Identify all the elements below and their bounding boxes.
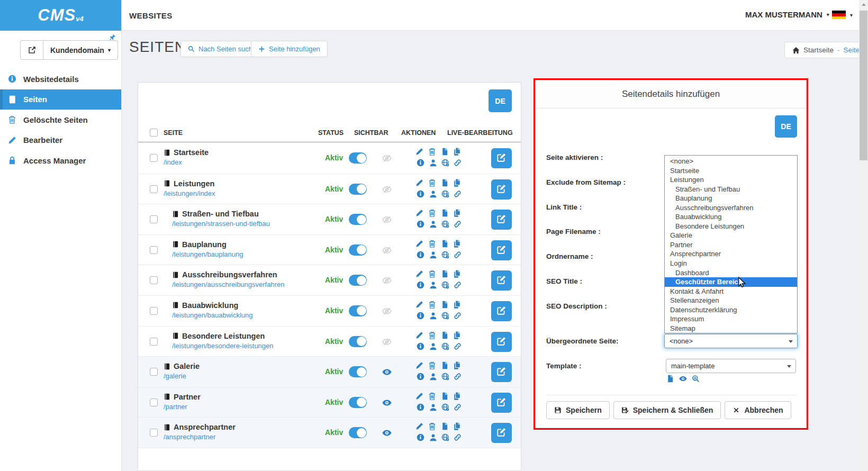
edit-icon[interactable]: [415, 270, 423, 278]
user-icon[interactable]: [429, 251, 437, 259]
row-checkbox[interactable]: [150, 154, 158, 162]
live-edit-button[interactable]: [491, 210, 512, 230]
link-icon[interactable]: [454, 220, 462, 228]
copy-page-icon[interactable]: [441, 270, 449, 278]
delete-icon[interactable]: [428, 270, 436, 278]
globe-settings-icon[interactable]: [441, 312, 449, 320]
speichern-button[interactable]: Speichern: [546, 401, 610, 419]
page-path-link[interactable]: /leistungen/strassen-und-tiefbau: [172, 220, 270, 228]
dropdown-option-login[interactable]: Login: [665, 259, 797, 268]
link-icon[interactable]: [454, 190, 462, 198]
info-icon[interactable]: [417, 159, 424, 167]
info-icon[interactable]: [417, 190, 424, 198]
page-path-link[interactable]: /partner: [164, 403, 201, 411]
row-checkbox[interactable]: [150, 368, 158, 376]
dropdown-option-stellenanzeigen[interactable]: Stellenanzeigen: [665, 296, 797, 305]
sidebar-item-access-manager[interactable]: Access Manager: [0, 150, 121, 171]
dropdown-option-ansprechpartner[interactable]: Ansprechpartner: [665, 249, 797, 259]
info-icon[interactable]: [417, 373, 424, 381]
edit-icon[interactable]: [415, 240, 423, 248]
domain-dropdown-button[interactable]: Kundendomain▾: [43, 40, 118, 60]
dropdown-option-galerie[interactable]: Galerie: [665, 231, 797, 240]
live-edit-button[interactable]: [491, 270, 512, 291]
dropdown-option-leistungen[interactable]: Leistungen: [665, 175, 797, 185]
info-icon[interactable]: [417, 342, 424, 350]
live-edit-button[interactable]: [491, 301, 512, 321]
live-edit-button[interactable]: [491, 179, 512, 200]
panel-language-button[interactable]: DE: [775, 115, 797, 138]
dropdown-option-ausschreibungsverfahren[interactable]: Ausschreibungsverfahren: [665, 203, 797, 213]
status-toggle[interactable]: [349, 244, 367, 256]
row-checkbox[interactable]: [150, 429, 158, 437]
delete-icon[interactable]: [428, 209, 436, 217]
edit-icon[interactable]: [415, 422, 423, 430]
live-edit-button[interactable]: [491, 332, 512, 352]
globe-settings-icon[interactable]: [441, 220, 449, 228]
edit-icon[interactable]: [415, 148, 423, 156]
edit-icon[interactable]: [415, 361, 423, 369]
duplicate-page-icon[interactable]: [453, 270, 461, 278]
page-path-link[interactable]: /leistungen/bauabwicklung: [172, 311, 253, 319]
dropdown-option-startseite[interactable]: Startseite: [665, 166, 797, 176]
delete-icon[interactable]: [428, 361, 436, 369]
eye-icon[interactable]: [679, 375, 687, 383]
user-icon[interactable]: [429, 159, 437, 167]
globe-settings-icon[interactable]: [441, 159, 449, 167]
live-edit-button[interactable]: [491, 148, 512, 168]
row-checkbox[interactable]: [150, 215, 158, 223]
link-icon[interactable]: [454, 251, 462, 259]
duplicate-page-icon[interactable]: [453, 392, 461, 400]
status-toggle[interactable]: [349, 427, 367, 438]
user-icon[interactable]: [429, 220, 437, 228]
select-all-checkbox[interactable]: [150, 129, 158, 137]
language-menu[interactable]: ▾: [832, 11, 853, 19]
delete-icon[interactable]: [428, 392, 436, 400]
template-select[interactable]: main-template: [666, 359, 796, 373]
table-language-button[interactable]: DE: [489, 89, 512, 112]
row-checkbox[interactable]: [150, 276, 158, 284]
edit-icon[interactable]: [415, 301, 423, 309]
dropdown-option-impressum[interactable]: Impressum: [665, 314, 797, 324]
duplicate-page-icon[interactable]: [453, 301, 461, 309]
dropdown-option-bauabwicklung[interactable]: Bauabwicklung: [665, 212, 797, 222]
page-path-link[interactable]: /leistungen/ausschreibungsverfahren: [172, 280, 284, 288]
add-page-button[interactable]: Seite hinzufügen: [251, 41, 328, 57]
file-icon[interactable]: [666, 375, 674, 383]
breadcrumb-home-link[interactable]: Startseite: [803, 46, 834, 54]
user-icon[interactable]: [429, 373, 437, 381]
globe-settings-icon[interactable]: [441, 342, 449, 350]
user-icon[interactable]: [429, 403, 437, 411]
info-icon[interactable]: [417, 251, 424, 259]
edit-icon[interactable]: [415, 209, 423, 217]
edit-icon[interactable]: [415, 179, 423, 187]
copy-page-icon[interactable]: [441, 331, 449, 339]
live-edit-button[interactable]: [491, 240, 512, 260]
sidebar-item-gel-schte-seiten[interactable]: Gelöschte Seiten: [0, 110, 121, 130]
edit-icon[interactable]: [415, 331, 423, 339]
row-checkbox[interactable]: [150, 246, 158, 254]
dropdown-option-dashboard[interactable]: Dashboard: [665, 268, 797, 278]
globe-settings-icon[interactable]: [441, 251, 449, 259]
row-checkbox[interactable]: [150, 398, 158, 406]
user-icon[interactable]: [429, 312, 437, 320]
info-icon[interactable]: [417, 403, 424, 411]
delete-icon[interactable]: [428, 331, 436, 339]
status-toggle[interactable]: [349, 305, 367, 316]
delete-icon[interactable]: [428, 179, 436, 187]
link-icon[interactable]: [454, 281, 462, 289]
user-menu[interactable]: MAX MUSTERMANN▾: [745, 10, 829, 19]
page-path-link[interactable]: /leistungen/bauplanung: [172, 250, 243, 258]
info-icon[interactable]: [417, 281, 424, 289]
copy-page-icon[interactable]: [441, 148, 449, 156]
link-icon[interactable]: [454, 312, 462, 320]
dropdown-option-sitemap[interactable]: Sitemap: [665, 324, 797, 333]
scrollbar-thumb[interactable]: [860, 11, 867, 160]
delete-icon[interactable]: [428, 148, 436, 156]
page-path-link[interactable]: /leistungen/index: [164, 189, 215, 197]
globe-settings-icon[interactable]: [441, 433, 449, 441]
row-checkbox[interactable]: [150, 338, 158, 346]
link-icon[interactable]: [454, 342, 462, 350]
copy-page-icon[interactable]: [441, 361, 449, 369]
dropdown-option-besondere-leistungen[interactable]: Besondere Leistungen: [665, 222, 797, 231]
status-toggle[interactable]: [349, 397, 367, 408]
